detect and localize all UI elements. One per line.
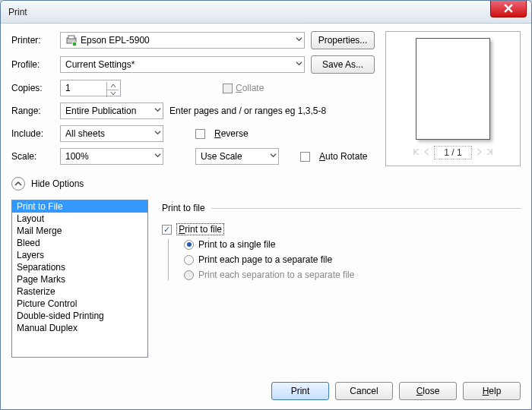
pager-first-icon[interactable]: [413, 147, 420, 158]
radio-single-label: Print to a single file: [198, 239, 275, 250]
scale-combo[interactable]: 100%: [60, 148, 163, 165]
chevron-down-icon: [296, 34, 302, 45]
scale-label: Scale:: [11, 151, 54, 162]
listbox-item[interactable]: Picture Control: [12, 298, 147, 310]
chevron-down-icon: [154, 105, 161, 115]
pager-last-icon[interactable]: [486, 147, 493, 158]
scale-mode-value: Use Scale: [201, 151, 242, 162]
chevron-down-icon: [154, 128, 161, 138]
pager-prev-icon[interactable]: [423, 147, 431, 158]
svg-rect-1: [68, 36, 74, 39]
radio-separations-label: Print each separation to a separate file: [198, 270, 354, 280]
spin-up-icon[interactable]: [107, 82, 119, 90]
listbox-item[interactable]: Layout: [12, 213, 147, 225]
printer-combo[interactable]: Epson EPL-5900: [60, 32, 305, 49]
profile-value: Current Settings*: [65, 59, 135, 70]
chevron-down-icon: [154, 150, 161, 161]
copies-spinner[interactable]: 1: [60, 80, 121, 96]
autorotate-label: Auto Rotate: [319, 151, 367, 162]
include-label: Include:: [11, 128, 54, 139]
listbox-item[interactable]: Manual Duplex: [12, 322, 147, 334]
listbox-item[interactable]: Bleed: [12, 237, 147, 249]
autorotate-checkbox[interactable]: [300, 152, 310, 162]
printer-label: Printer:: [11, 35, 54, 46]
preview-pager: 1 / 1: [413, 146, 492, 159]
preview-page: [416, 38, 490, 140]
spin-down-icon[interactable]: [107, 90, 119, 98]
saveas-button[interactable]: Save As...: [311, 55, 375, 74]
scale-value: 100%: [65, 151, 89, 162]
help-button[interactable]: Help: [463, 382, 521, 400]
options-listbox[interactable]: Print to FileLayoutMail MergeBleedLayers…: [11, 200, 148, 358]
chevron-up-icon: [14, 180, 22, 188]
printer-icon: [65, 34, 78, 46]
range-combo[interactable]: Entire Publication: [60, 102, 163, 119]
profile-label: Profile:: [11, 59, 54, 70]
collate-label: Collate: [236, 83, 264, 93]
radio-single[interactable]: [184, 240, 194, 250]
pager-next-icon[interactable]: [475, 147, 483, 158]
range-value: Entire Publication: [65, 106, 136, 116]
cancel-button[interactable]: Cancel: [335, 382, 393, 400]
chevron-down-icon: [270, 150, 277, 161]
include-combo[interactable]: All sheets: [60, 125, 163, 142]
print-button[interactable]: Print: [271, 382, 329, 400]
svg-point-2: [72, 42, 77, 46]
window-title: Print: [8, 7, 27, 17]
listbox-item[interactable]: Double-sided Printing: [12, 310, 147, 322]
radio-pages[interactable]: [184, 255, 194, 265]
profile-combo[interactable]: Current Settings*: [60, 56, 305, 73]
listbox-item[interactable]: Separations: [12, 261, 147, 273]
listbox-item[interactable]: Layers: [12, 249, 147, 261]
close-icon: [504, 4, 513, 13]
titlebar: Print: [1, 1, 531, 24]
listbox-item[interactable]: Print to File: [12, 200, 147, 213]
printtofile-checkbox[interactable]: [162, 225, 172, 235]
close-button-footer[interactable]: Close: [399, 382, 457, 400]
include-value: All sheets: [65, 128, 105, 139]
divider: [211, 208, 521, 209]
copies-value: 1: [65, 83, 71, 93]
pager-text: 1 / 1: [434, 146, 471, 159]
printtofile-checkbox-label: Print to file: [177, 224, 223, 235]
chevron-down-icon: [296, 58, 302, 69]
reverse-checkbox[interactable]: [195, 129, 205, 139]
copies-label: Copies:: [11, 83, 54, 93]
hide-options-toggle[interactable]: [11, 177, 25, 191]
listbox-item[interactable]: Page Marks: [12, 273, 147, 285]
reverse-label: Reverse: [214, 128, 249, 139]
listbox-item[interactable]: Rasterize: [12, 285, 147, 298]
preview-pane: 1 / 1: [385, 31, 521, 166]
range-label: Range:: [11, 106, 54, 116]
radio-pages-label: Print each page to a separate file: [198, 254, 332, 265]
collate-checkbox: [223, 84, 233, 93]
radio-separations: [184, 270, 194, 280]
hide-options-label: Hide Options: [31, 178, 84, 189]
close-button[interactable]: [490, 1, 527, 17]
print-dialog: Print Printer: Epson EPL-5900: [0, 0, 532, 410]
listbox-item[interactable]: Mail Merge: [12, 225, 147, 237]
scale-mode-combo[interactable]: Use Scale: [195, 148, 279, 165]
printer-value: Epson EPL-5900: [81, 35, 150, 46]
section-title: Print to file: [162, 203, 205, 213]
properties-button[interactable]: Properties...: [311, 31, 375, 49]
range-hint: Enter pages and / or ranges eg 1,3,5-8: [169, 106, 375, 116]
